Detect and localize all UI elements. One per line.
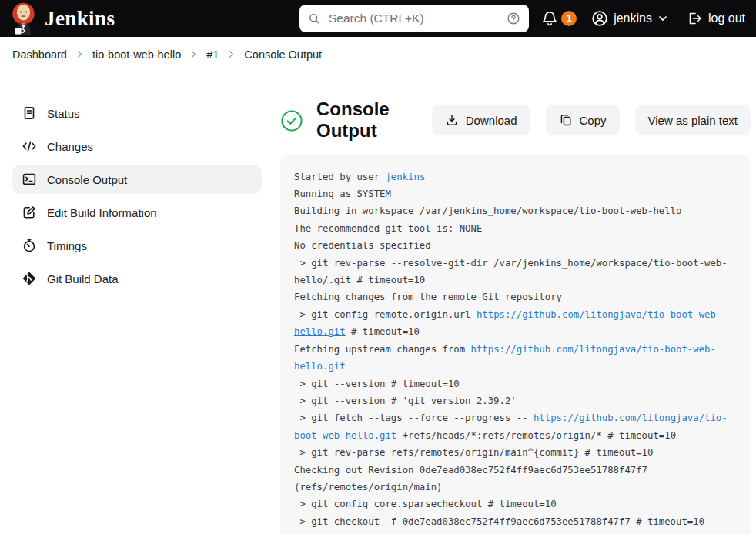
page-title: Console Output [316,98,432,142]
console-line: Fetching upstream changes from https://g… [294,341,741,375]
search-icon [308,12,320,25]
sidebar-item-timings[interactable]: Timings [12,231,262,260]
sidebar-item-status[interactable]: Status [12,98,262,128]
changes-icon [22,139,37,154]
main-panel: Console Output DownloadCopyView as plain… [280,98,751,534]
notifications-button[interactable]: 1 [541,10,577,27]
console-line: > git config core.sparsecheckout # timeo… [294,496,741,512]
logout-icon [687,11,702,26]
brand-name: Jenkins [45,7,115,31]
chevron-right-icon [75,50,84,58]
console-actions: DownloadCopyView as plain text [432,105,751,135]
search-input[interactable] [327,11,500,26]
console-line: No credentials specified [294,237,741,254]
header-right: 1 jenkins log out [541,10,745,27]
sidebar-item-label: Git Build Data [47,272,119,285]
button-label: View as plain text [648,114,738,127]
notification-badge: 1 [561,11,577,26]
sidebar-item-console-output[interactable]: Console Output [12,165,262,194]
sidebar-item-label: Console Output [47,173,127,186]
jenkins-logo-icon [9,2,38,36]
console-line: > git rev-parse --resolve-git-dir /var/j… [294,255,741,289]
sidebar-item-label: Changes [47,140,93,153]
sidebar-item-git-build-data[interactable]: Git Build Data [12,264,262,293]
breadcrumb-item-console-output[interactable]: Console Output [244,48,322,61]
logout-label: log out [708,12,745,25]
console-link[interactable]: jenkins [385,172,425,182]
chevron-right-icon [227,50,236,58]
breadcrumb-item-dashboard[interactable]: Dashboard [12,48,67,61]
user-name: jenkins [614,12,652,25]
download-button[interactable]: Download [432,105,530,135]
console-link[interactable]: https://github.com/litongjava/tio-boot-w… [294,309,721,337]
console-line: Started by user jenkins [294,169,741,185]
terminal-icon [22,172,37,187]
console-output-log: Started by user jenkinsRunning as SYSTEM… [280,155,751,534]
breadcrumb-item-tio-boot-web-hello[interactable]: tio-boot-web-hello [92,48,181,61]
console-line: Running as SYSTEM [294,185,741,202]
console-line: Commit message: "update badge file" [294,530,741,534]
top-bar: Jenkins 1 jenkins log out [0,0,756,37]
logout-button[interactable]: log out [687,11,745,26]
user-icon [591,10,608,27]
download-icon [445,113,459,127]
sidebar-item-label: Status [47,107,80,120]
console-line: Checking out Revision 0de7ead038ec752f4f… [294,462,741,496]
timings-icon [22,238,37,253]
edit-icon [22,205,37,220]
console-line: > git checkout -f 0de7ead038ec752f4ff9ae… [294,513,741,530]
help-icon[interactable] [507,12,520,25]
user-menu[interactable]: jenkins [591,10,668,27]
page-header: Console Output DownloadCopyView as plain… [280,98,751,142]
console-line: > git --version # 'git version 2.39.2' [294,392,741,409]
console-line: > git rev-parse refs/remotes/origin/main… [294,444,741,461]
content-area: StatusChangesConsole OutputEdit Build In… [0,72,756,534]
console-link[interactable]: https://github.com/litongjava/tio-boot-w… [294,344,716,372]
breadcrumb: Dashboardtio-boot-web-hello#1Console Out… [0,37,756,72]
sidebar-item-changes[interactable]: Changes [12,132,262,161]
view-as-plain-text-button[interactable]: View as plain text [635,105,751,135]
chevron-right-icon [189,50,198,58]
console-link[interactable]: https://github.com/litongjava/tio-boot-w… [294,412,728,440]
console-line: > git --version # timeout=10 [294,375,741,392]
jenkins-home-link[interactable]: Jenkins [9,1,115,36]
button-label: Copy [580,114,607,127]
console-line: Fetching changes from the remote Git rep… [294,289,741,305]
copy-button[interactable]: Copy [546,105,620,135]
console-line: > git fetch --tags --force --progress --… [294,409,741,444]
console-line: The recommended git tool is: NONE [294,220,741,237]
breadcrumb-item-1[interactable]: #1 [206,48,219,61]
sidebar-item-label: Timings [47,239,87,252]
bell-icon [541,10,558,27]
sidebar: StatusChangesConsole OutputEdit Build In… [12,98,262,534]
button-label: Download [466,114,517,127]
sidebar-item-label: Edit Build Information [47,206,157,219]
sidebar-item-edit-build-information[interactable]: Edit Build Information [12,198,262,227]
console-line: Building in workspace /var/jenkins_home/… [294,202,741,219]
copy-icon [559,113,573,127]
console-line: > git config remote.origin.url https://g… [294,306,741,341]
search-box[interactable] [299,5,529,32]
status-icon [22,105,37,121]
chevron-down-icon [657,13,668,24]
git-icon [22,271,37,286]
build-success-icon [280,109,303,132]
